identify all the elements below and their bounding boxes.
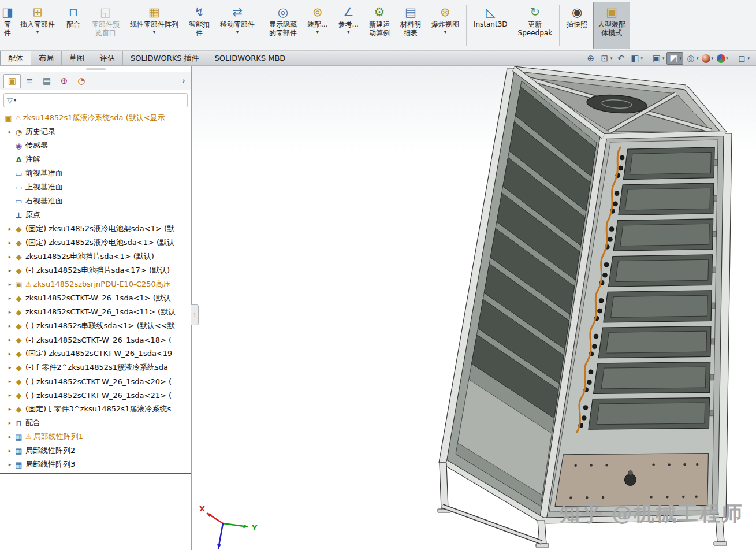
dropdown-caret-icon[interactable]: ▾ <box>236 29 239 35</box>
tree-item[interactable]: A注解 <box>1 153 191 166</box>
model-3d[interactable] <box>192 66 756 550</box>
propertymanager-tab-icon[interactable]: ≡ <box>21 74 38 88</box>
tree-item[interactable]: ▸▦局部线性阵列3 <box>1 458 191 471</box>
previous-view-icon[interactable]: ↶ <box>615 53 627 64</box>
update-speedpak-button[interactable]: ↻更新Speedpak <box>513 2 557 49</box>
dropdown-caret-icon[interactable]: ▾ <box>153 29 155 35</box>
expand-arrow-icon[interactable]: ▸ <box>6 295 14 301</box>
panel-splitter[interactable]: ⁞ <box>191 304 199 325</box>
tab-evaluate[interactable]: 评估 <box>92 51 123 65</box>
tree-item[interactable]: ▸◆(固定) [ 零件3^zksu14852s1簇液冷系统s <box>1 402 191 416</box>
tree-item[interactable]: ▸▣⚠zksu14852szbsrjnPDU-E10-C250高压 <box>1 277 191 291</box>
expand-arrow-icon[interactable]: ▸ <box>6 434 14 440</box>
expand-arrow-icon[interactable]: ▸ <box>6 392 14 398</box>
tree-item[interactable]: ▸◆(-) zksu14852sCTKT-W_26_1sda<21> ( <box>1 388 191 402</box>
part-icon: ◆ <box>14 307 24 317</box>
configurationmanager-tab-icon[interactable]: ▤ <box>38 74 55 88</box>
edit-component-button[interactable]: ◨零件 <box>1 2 14 49</box>
expand-arrow-icon[interactable]: ▸ <box>6 281 14 287</box>
filter-funnel-icon[interactable]: ▽ <box>7 96 13 105</box>
zoom-fit-icon[interactable]: ⊕ <box>584 53 597 64</box>
new-motion-study-button[interactable]: ⚙新建运动算例 <box>364 2 394 49</box>
tree-item[interactable]: ▸◆(-) zksu14852sCTKT-W_26_1sda<18> ( <box>1 333 191 347</box>
tree-item[interactable]: ▸◆(-) zksu14852sCTKT-W_26_1sda<20> ( <box>1 374 191 388</box>
tree-item[interactable]: ▸◆zksu14852sCTKT-W_26_1sda<1> (默认 <box>1 291 191 305</box>
expand-arrow-icon[interactable]: ▸ <box>6 420 14 426</box>
expand-arrow-icon[interactable]: ▸ <box>6 226 14 232</box>
bill-of-materials-button[interactable]: ▤材料明细表 <box>396 2 426 49</box>
tree-item[interactable]: ▸◆(-) zksu14852s电池挡片sda<17> (默认) <box>1 263 191 277</box>
mate-button[interactable]: ⊓配合 <box>61 2 86 49</box>
tree-item[interactable]: ▸◆(-) [ 零件2^zksu14852s1簇液冷系统sda <box>1 361 191 374</box>
tree-item[interactable]: ▸◆(固定) zksu14852sCTKT-W_26_1sda<19 <box>1 347 191 361</box>
graphics-viewport[interactable]: XY 知乎 @机械工程师 <box>192 66 756 550</box>
smart-fasteners-button[interactable]: ↯智能扣件 <box>184 2 214 49</box>
panel-expand-chevron[interactable]: › <box>180 76 188 86</box>
expand-arrow-icon[interactable]: ▸ <box>6 462 14 467</box>
move-component-button[interactable]: ⇄移动零部件▾ <box>215 2 259 49</box>
tab-assembly[interactable]: 配体 <box>0 51 31 65</box>
dropdown-caret-icon[interactable]: ▾ <box>316 29 319 35</box>
sensors-icon: ◉ <box>14 141 24 151</box>
reference-geometry-button[interactable]: ∠参考...▾ <box>333 2 363 49</box>
display-style-icon[interactable]: ◩▾ <box>666 52 683 65</box>
large-assembly-mode-button[interactable]: ▣大型装配体模式 <box>593 2 630 49</box>
view-settings-icon[interactable]: ◻▾ <box>735 53 751 64</box>
tree-item[interactable]: ▣⚠zksu14852s1簇液冷系统sda (默认<显示 <box>1 111 191 125</box>
tree-item[interactable]: ▭右视基准面 <box>1 194 191 208</box>
expand-arrow-icon[interactable]: ▸ <box>6 351 14 356</box>
dropdown-caret-icon[interactable]: ▾ <box>444 29 446 35</box>
tree-item[interactable]: ▸◆(固定) zksu14852s液冷电池sda<1> (默认 <box>1 236 191 250</box>
tab-sketch[interactable]: 草图 <box>62 51 92 65</box>
linear-component-pattern-button[interactable]: ▦线性零部件阵列▾ <box>125 2 183 49</box>
expand-arrow-icon[interactable]: ▸ <box>6 406 14 412</box>
expand-arrow-icon[interactable]: ▸ <box>6 129 14 135</box>
expand-arrow-icon[interactable]: ▸ <box>6 323 14 329</box>
dropdown-caret-icon[interactable]: ▾ <box>347 29 349 35</box>
insert-components-button[interactable]: ⊞插入零部件▾ <box>16 2 59 49</box>
panel-grip[interactable] <box>0 66 191 72</box>
displaymanager-tab-icon[interactable]: ◔ <box>73 74 90 88</box>
tree-item[interactable]: ▸◆zksu14852sCTKT-W_26_1sda<11> (默认 <box>1 305 191 319</box>
expand-arrow-icon[interactable]: ▸ <box>6 365 14 370</box>
expand-arrow-icon[interactable]: ▸ <box>6 448 14 454</box>
tree-item[interactable]: ▭前视基准面 <box>1 166 191 180</box>
rollback-bar[interactable] <box>0 473 191 474</box>
tree-filter[interactable]: ▽ ▾ <box>3 93 188 107</box>
dimxpertmanager-tab-icon[interactable]: ⊕ <box>55 74 73 88</box>
dropdown-caret-icon[interactable]: ▾ <box>36 29 39 35</box>
tree-item[interactable]: ▸⊓配合 <box>1 416 191 430</box>
edit-appearance-icon[interactable]: ▾ <box>701 54 714 64</box>
expand-arrow-icon[interactable]: ▸ <box>6 309 14 315</box>
show-hidden-components-button[interactable]: ◎显示隐藏的零部件 <box>265 2 301 49</box>
tree-item[interactable]: ▸◆(-) zksu14852s串联线sda<1> (默认<<默 <box>1 319 191 333</box>
assembly-features-button[interactable]: ⊚装配...▾ <box>303 2 332 49</box>
apply-scene-icon[interactable]: ▾ <box>716 54 729 64</box>
tree-item[interactable]: ▸▦局部线性阵列2 <box>1 444 191 458</box>
tree-item[interactable]: ▸▦⚠局部线性阵列1 <box>1 430 191 444</box>
hide-show-items-icon[interactable]: ◎▾ <box>684 53 700 64</box>
view-orientation-icon[interactable]: ▣▾ <box>650 53 666 64</box>
tab-solidworks-addins[interactable]: SOLIDWORKS 插件 <box>123 51 207 65</box>
expand-arrow-icon[interactable]: ▸ <box>6 254 14 259</box>
zoom-area-icon[interactable]: ⊡▾ <box>598 53 614 64</box>
tree-item[interactable]: ▭上视基准面 <box>1 180 191 194</box>
edit-component-label: 件 <box>4 29 11 38</box>
tree-item[interactable]: ⊥原点 <box>1 208 191 222</box>
expand-arrow-icon[interactable]: ▸ <box>6 378 14 384</box>
expand-arrow-icon[interactable]: ▸ <box>6 240 14 246</box>
section-view-icon[interactable]: ◧▾ <box>628 53 644 64</box>
tab-layout[interactable]: 布局 <box>31 51 62 65</box>
take-snapshot-button[interactable]: ◉拍快照 <box>562 2 592 49</box>
featuremanager-tab-icon[interactable]: ▣ <box>3 74 21 88</box>
tab-solidworks-mbd[interactable]: SOLIDWORKS MBD <box>207 51 294 65</box>
tree-item[interactable]: ▸◆zksu14852s电池挡片sda<1> (默认) <box>1 250 191 263</box>
expand-arrow-icon[interactable]: ▸ <box>6 267 14 273</box>
instant3d-button[interactable]: ◺Instant3D <box>469 2 512 49</box>
tree-item[interactable]: ▸◆(固定) zksu14852s液冷电池架sda<1> (默 <box>1 222 191 236</box>
filter-caret-icon[interactable]: ▾ <box>14 98 16 103</box>
tree-item[interactable]: ◉传感器 <box>1 139 191 153</box>
expand-arrow-icon[interactable]: ▸ <box>6 337 14 343</box>
exploded-view-button[interactable]: ⊛爆炸视图▾ <box>427 2 464 49</box>
tree-item[interactable]: ▸◔历史记录 <box>1 125 191 139</box>
